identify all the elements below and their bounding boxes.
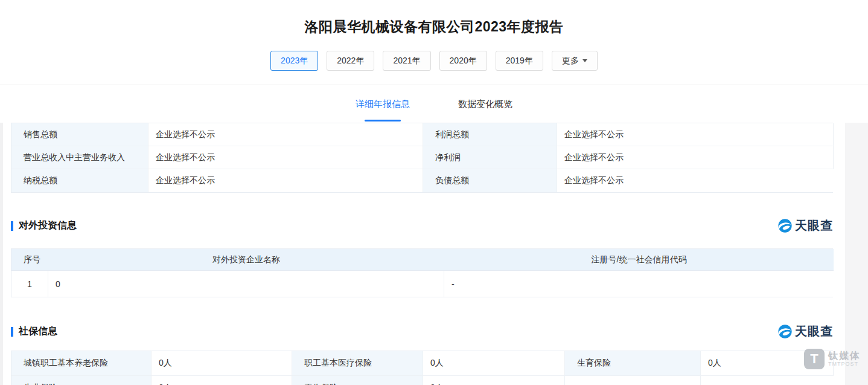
tianyancha-logo-text: 天眼查	[795, 323, 833, 340]
social-value-cell: 0人	[423, 376, 565, 385]
social-security-table: 城镇职工基本养老保险 0人 职工基本医疗保险 0人 生育保险 0人 失业保险 0…	[11, 351, 833, 385]
finance-label-cell: 纳税总额	[11, 169, 148, 192]
year-tab-2020[interactable]: 2020年	[439, 51, 487, 71]
year-tab-2022[interactable]: 2022年	[327, 51, 374, 71]
finance-figures-table: 销售总额 企业选择不公示 利润总额 企业选择不公示 营业总收入中主营业务收入 企…	[11, 123, 833, 193]
section-header-social-security: 社保信息 天眼查	[11, 323, 833, 340]
tianyancha-icon	[778, 325, 792, 338]
tab-data-change-overview[interactable]: 数据变化概览	[456, 85, 515, 123]
section-header-investment: 对外投资信息 天眼查	[11, 218, 833, 234]
right-scroll-gutter	[845, 123, 868, 385]
year-selector: 2023年 2022年 2021年 2020年 2019年 更多	[11, 51, 857, 71]
tianyancha-icon	[778, 219, 792, 233]
tmtpost-watermark-cn: 钛媒体	[828, 351, 861, 361]
investment-row-credit-code: -	[444, 271, 834, 297]
finance-value-cell: 企业选择不公示	[148, 146, 423, 169]
year-tab-2021[interactable]: 2021年	[383, 51, 430, 71]
social-label-cell: 城镇职工基本养老保险	[11, 351, 152, 376]
tianyancha-logo[interactable]: 天眼查	[778, 218, 833, 234]
social-label-cell: 失业保险	[11, 376, 152, 385]
tianyancha-logo-text: 天眼查	[795, 218, 833, 234]
finance-label-cell: 利润总额	[423, 123, 557, 146]
year-tab-2019[interactable]: 2019年	[496, 51, 543, 71]
finance-label-cell: 负债总额	[423, 169, 557, 192]
social-value-cell: 0人	[423, 351, 565, 376]
social-empty-cell	[565, 376, 701, 385]
social-label-cell: 生育保险	[565, 351, 701, 376]
investment-table: 序号 对外投资企业名称 注册号/统一社会信用代码 1 0 -	[11, 248, 833, 297]
investment-row-index: 1	[11, 271, 48, 297]
finance-label-cell: 营业总收入中主营业务收入	[11, 146, 148, 169]
finance-value-cell: 企业选择不公示	[557, 169, 834, 192]
finance-value-cell: 企业选择不公示	[557, 146, 834, 169]
social-section-title: 社保信息	[19, 325, 57, 338]
column-header-credit-code: 注册号/统一社会信用代码	[444, 249, 834, 271]
active-tab-underline	[365, 120, 401, 121]
column-header-company-name: 对外投资企业名称	[48, 249, 444, 271]
finance-value-cell: 企业选择不公示	[148, 123, 423, 146]
finance-label-cell: 销售总额	[11, 123, 148, 146]
finance-label-cell: 净利润	[423, 146, 557, 169]
tab-detailed-annual-report-label: 详细年报信息	[356, 99, 410, 110]
report-tabbar: 详细年报信息 数据变化概览	[0, 85, 868, 123]
tmtpost-watermark-en: TMTPOST	[828, 361, 861, 367]
tab-detailed-annual-report[interactable]: 详细年报信息	[353, 85, 412, 123]
left-page-gutter	[0, 123, 3, 385]
investment-row-company-name: 0	[48, 271, 444, 297]
finance-value-cell: 企业选择不公示	[148, 169, 423, 192]
section-accent-bar	[11, 327, 13, 337]
report-header: 洛阳晨华机械设备有限公司2023年度报告 2023年 2022年 2021年 2…	[0, 0, 868, 85]
tmtpost-watermark: T 钛媒体 TMTPOST	[804, 349, 861, 369]
year-tab-2023[interactable]: 2023年	[270, 51, 318, 71]
tianyancha-logo[interactable]: 天眼查	[778, 323, 833, 340]
social-label-cell: 工伤保险	[292, 376, 423, 385]
finance-value-cell: 企业选择不公示	[557, 123, 834, 146]
chevron-down-icon	[582, 59, 587, 62]
report-content: 销售总额 企业选择不公示 利润总额 企业选择不公示 营业总收入中主营业务收入 企…	[0, 123, 868, 385]
tab-data-change-overview-label: 数据变化概览	[458, 99, 512, 110]
tmtpost-logo-icon: T	[804, 349, 825, 369]
social-value-cell: 0人	[152, 351, 292, 376]
page-title: 洛阳晨华机械设备有限公司2023年度报告	[11, 18, 857, 36]
social-value-cell: 0人	[152, 376, 292, 385]
section-accent-bar	[11, 221, 13, 231]
more-years-dropdown[interactable]: 更多	[552, 51, 598, 71]
investment-section-title: 对外投资信息	[19, 219, 77, 232]
social-empty-cell	[701, 376, 834, 385]
social-label-cell: 职工基本医疗保险	[292, 351, 423, 376]
column-header-index: 序号	[11, 249, 48, 271]
more-years-label: 更多	[562, 56, 579, 66]
